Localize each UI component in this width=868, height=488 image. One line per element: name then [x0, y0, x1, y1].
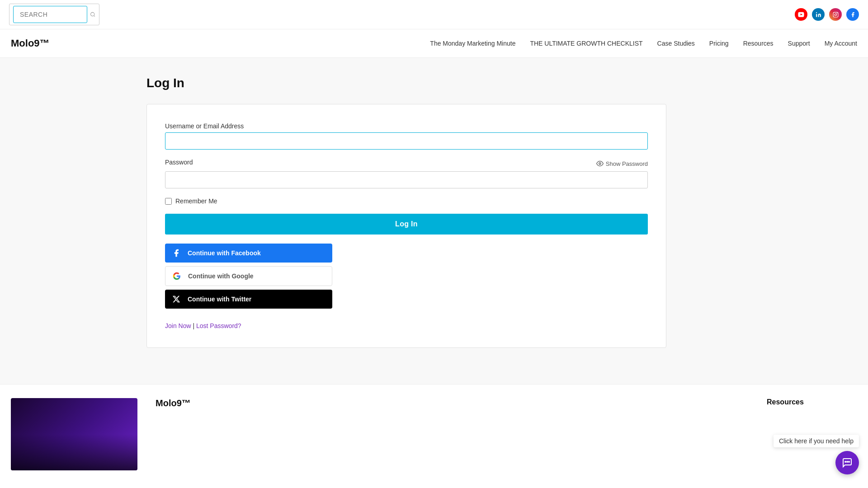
twitter-logo — [171, 294, 181, 304]
footer-area: Molo9™ Resources — [0, 384, 868, 484]
remember-me-checkbox[interactable] — [165, 198, 172, 205]
footer-thumbnail — [11, 398, 137, 470]
footer-brand-col: Molo9™ — [156, 398, 749, 470]
nav-monday[interactable]: The Monday Marketing Minute — [430, 40, 515, 47]
facebook-icon[interactable] — [846, 8, 859, 21]
lost-password-link[interactable]: Lost Password? — [196, 322, 241, 329]
svg-point-7 — [847, 461, 848, 462]
nav-resources[interactable]: Resources — [743, 40, 774, 47]
bottom-links: Join Now | Lost Password? — [165, 322, 648, 329]
username-input[interactable] — [165, 132, 648, 150]
footer-resources-title: Resources — [767, 398, 857, 406]
nav-case-studies[interactable]: Case Studies — [657, 40, 695, 47]
svg-rect-2 — [833, 12, 838, 17]
nav-my-account[interactable]: My Account — [825, 40, 857, 47]
site-logo[interactable]: Molo9™ — [11, 38, 50, 49]
help-text: Click here if you need help — [774, 435, 859, 447]
remember-me-group: Remember Me — [165, 197, 648, 205]
linkedin-icon[interactable] — [812, 8, 825, 21]
nav-links: The Monday Marketing Minute THE ULTIMATE… — [430, 40, 857, 47]
social-logins: Continue with Facebook Continue with Goo… — [165, 244, 648, 309]
youtube-icon[interactable] — [795, 8, 807, 21]
facebook-logo — [171, 248, 181, 258]
search-box[interactable] — [9, 4, 99, 25]
twitter-login-label: Continue with Twitter — [188, 296, 251, 303]
help-button[interactable] — [835, 451, 859, 474]
page-content: Log In Username or Email Address Passwor… — [136, 58, 732, 366]
svg-point-4 — [837, 13, 837, 14]
nav-pricing[interactable]: Pricing — [709, 40, 729, 47]
nav-support[interactable]: Support — [788, 40, 810, 47]
nav-checklist[interactable]: THE ULTIMATE GROWTH CHECKLIST — [530, 40, 642, 47]
svg-point-8 — [845, 461, 846, 462]
google-login-button[interactable]: Continue with Google — [165, 266, 332, 286]
footer-bottom: English — [0, 484, 868, 488]
search-input[interactable] — [13, 6, 87, 23]
link-separator: | — [193, 322, 196, 329]
facebook-login-button[interactable]: Continue with Facebook — [165, 244, 332, 263]
google-login-label: Continue with Google — [188, 272, 254, 280]
svg-point-9 — [849, 461, 849, 462]
search-icon — [90, 11, 95, 18]
svg-point-5 — [599, 163, 601, 164]
password-input[interactable] — [165, 171, 648, 188]
page-title: Log In — [146, 76, 722, 90]
twitter-login-button[interactable]: Continue with Twitter — [165, 290, 332, 309]
header-social-icons — [795, 8, 859, 21]
login-button[interactable]: Log In — [165, 214, 648, 235]
google-logo — [172, 271, 182, 281]
login-card: Username or Email Address Password Show … — [146, 104, 666, 348]
show-password-toggle[interactable]: Show Password — [596, 160, 648, 167]
password-label: Password — [165, 159, 193, 166]
instagram-icon[interactable] — [829, 8, 842, 21]
facebook-login-label: Continue with Facebook — [188, 249, 261, 257]
username-group: Username or Email Address — [165, 122, 648, 150]
main-nav: Molo9™ The Monday Marketing Minute THE U… — [0, 29, 868, 58]
svg-point-3 — [835, 14, 836, 15]
eye-icon — [596, 160, 604, 167]
remember-me-label: Remember Me — [175, 197, 217, 205]
top-bar — [0, 0, 868, 29]
show-password-label: Show Password — [606, 160, 648, 167]
chat-icon — [842, 457, 853, 468]
footer-brand: Molo9™ — [156, 398, 749, 408]
username-label: Username or Email Address — [165, 122, 648, 130]
password-group: Password Show Password — [165, 159, 648, 188]
help-widget: Click here if you need help — [774, 435, 859, 474]
footer-thumbnail-overlay — [11, 434, 137, 470]
svg-line-1 — [94, 15, 94, 16]
join-now-link[interactable]: Join Now — [165, 322, 191, 329]
password-header: Password Show Password — [165, 159, 648, 169]
svg-point-0 — [90, 12, 94, 16]
